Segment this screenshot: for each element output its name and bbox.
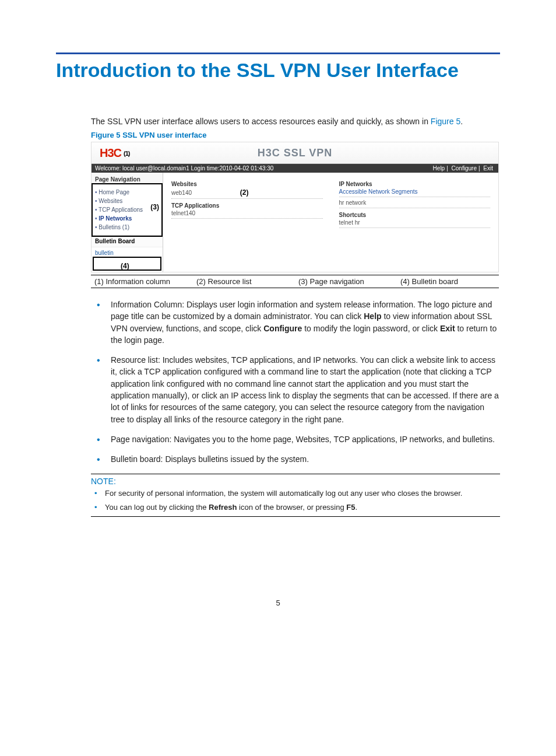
txt: to modify the login password, or click <box>302 324 440 333</box>
ssl-vpn-screenshot: H3C(1) H3C SSL VPN Welcome: local user@l… <box>91 142 499 272</box>
sidebar-header-nav: Page Navigation <box>92 173 163 186</box>
figure-reference-link[interactable]: Figure 5 <box>431 117 460 126</box>
description-list: Information Column: Displays user login … <box>91 299 500 466</box>
nav-item-ip[interactable]: IP Networks <box>95 214 159 223</box>
configure-link[interactable]: Configure <box>450 165 478 172</box>
link-telnet140[interactable]: telnet140 <box>171 210 323 219</box>
bullet-resource-list: Resource list: Includes websites, TCP ap… <box>111 354 500 425</box>
logo-text: H3C <box>100 146 121 159</box>
section-ip-networks: IP Networks <box>339 181 491 187</box>
link-accessible-segments[interactable]: Accessible Network Segments <box>339 188 491 197</box>
intro-text-pre: The SSL VPN user interface allows users … <box>91 117 431 126</box>
page-title: Introduction to the SSL VPN User Interfa… <box>56 59 500 82</box>
sidebar-header-bulletin: Bulletin Board <box>92 235 163 247</box>
note-divider-top <box>91 474 500 474</box>
txt: icon of the browser, or pressing <box>237 503 346 512</box>
annotation-3: (3) <box>150 203 159 211</box>
link-hr-network[interactable]: hr network <box>339 200 491 208</box>
app-title: H3C SSL VPN <box>92 147 498 159</box>
annotation-2: (2) <box>240 188 249 197</box>
bullet-bulletin-board: Bulletin board: Displays bulletins issue… <box>111 453 500 465</box>
note-divider-bottom <box>91 516 500 517</box>
bulletin-item[interactable]: bulletin <box>92 247 163 258</box>
note-heading: NOTE: <box>91 477 500 486</box>
figure-legend: (1) Information column (2) Resource list… <box>91 275 499 288</box>
bold-f5: F5 <box>346 503 355 512</box>
resource-column-left: Websites web140 (2) TCP Applications tel… <box>163 173 331 272</box>
nav-item-tcp[interactable]: TCP Applications <box>95 205 159 214</box>
bold-help: Help <box>364 312 381 321</box>
section-tcp-applications: TCP Applications <box>171 202 323 209</box>
note-list: For security of personal information, th… <box>91 488 500 513</box>
bulletin-item-label: bulletin <box>95 250 114 256</box>
exit-link[interactable]: Exit <box>481 165 495 172</box>
section-shortcuts: Shortcuts <box>339 212 491 218</box>
bullet-info-column: Information Column: Displays user login … <box>111 299 500 346</box>
txt: You can log out by clicking the <box>105 503 209 512</box>
resource-column-right: IP Networks Accessible Network Segments … <box>331 173 499 272</box>
welcome-bar: Welcome: local user@local.domain1 Login … <box>92 164 498 173</box>
legend-2: (2) Resource list <box>193 275 295 288</box>
annotation-4: (4) <box>121 262 129 270</box>
section-websites: Websites <box>171 181 323 187</box>
annotation-1: (1) <box>121 150 129 157</box>
bold-exit: Exit <box>440 324 455 333</box>
nav-item-bulletins[interactable]: Bulletins (1) <box>95 223 159 232</box>
nav-item-websites[interactable]: Websites <box>95 197 159 205</box>
welcome-text: Welcome: local user@local.domain1 Login … <box>95 165 273 172</box>
page-number: 5 <box>56 598 500 607</box>
link-web140-label: web140 <box>171 190 192 196</box>
bold-refresh: Refresh <box>209 503 237 512</box>
help-link[interactable]: Help <box>431 165 447 172</box>
note-1: For security of personal information, th… <box>105 488 500 499</box>
txt: . <box>356 503 358 512</box>
intro-text-post: . <box>460 117 463 126</box>
link-web140[interactable]: web140 (2) <box>171 188 323 199</box>
bullet-page-navigation: Page navigation: Navigates you to the ho… <box>111 433 500 445</box>
link-telnet-hr[interactable]: telnet hr <box>339 219 491 228</box>
note-2: You can log out by clicking the Refresh … <box>105 502 500 513</box>
legend-1: (1) Information column <box>91 275 193 288</box>
legend-3: (3) Page navigation <box>295 275 397 288</box>
figure-caption: Figure 5 SSL VPN user interface <box>91 131 500 139</box>
intro-paragraph: The SSL VPN user interface allows users … <box>91 117 500 126</box>
bold-configure: Configure <box>263 324 302 333</box>
legend-4: (4) Bulletin board <box>397 275 499 288</box>
nav-item-home[interactable]: Home Page <box>95 188 159 197</box>
h3c-logo: H3C(1) <box>92 146 129 160</box>
sidebar: Page Navigation Home Page Websites TCP A… <box>92 173 163 272</box>
